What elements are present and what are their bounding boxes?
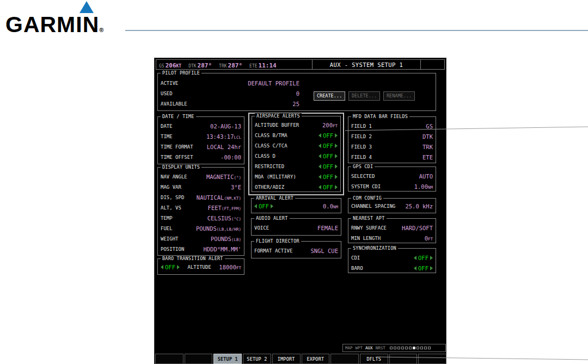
create-profile-button[interactable]: CREATE...: [314, 91, 345, 101]
temp-value[interactable]: CELSIUS(°C): [207, 215, 241, 221]
field-4-value[interactable]: ETE: [422, 154, 433, 161]
page-title: AUX - SYSTEM SETUP 1: [313, 61, 420, 68]
class-d-toggle[interactable]: OFF: [318, 153, 338, 159]
row-label: CHANNEL SPACING: [351, 203, 395, 209]
softkey-setup-1[interactable]: SETUP 1: [213, 354, 242, 364]
increase-arrow-icon[interactable]: [430, 266, 433, 270]
used-profiles-value: 0: [296, 90, 299, 97]
alt-vs-value[interactable]: FEET(FT,FPM): [208, 205, 241, 211]
softkey-setup-2[interactable]: SETUP 2: [243, 354, 271, 364]
row-label: FIELD 4: [351, 155, 372, 160]
row-label: TIME FORMAT: [161, 144, 193, 150]
decrease-arrow-icon[interactable]: [318, 144, 321, 148]
increase-arrow-icon[interactable]: [335, 133, 338, 138]
garmin-logo: GARMIN®: [5, 1, 131, 34]
softkey-blank-1[interactable]: [155, 354, 183, 364]
pilot-profile-box: PILOT PROFILE ACTIVE DEFAULT PROFILE USE…: [157, 73, 436, 111]
dis-spd-value[interactable]: NAUTICAL(NM,KT): [197, 194, 241, 201]
fuel-row: FUEL POUNDS(LB,LB/HR): [158, 223, 244, 233]
increase-arrow-icon[interactable]: [335, 154, 338, 158]
gs-value: 206KT: [166, 62, 182, 69]
row-label: OTHER/ADIZ: [255, 184, 284, 190]
increase-arrow-icon[interactable]: [430, 256, 433, 260]
row-label: MAG VAR: [161, 184, 181, 190]
row-label: RESTRICTED: [255, 164, 284, 169]
weight-value[interactable]: POUNDS(LB): [211, 236, 241, 242]
baro-alert-toggle[interactable]: OFF: [161, 264, 180, 270]
dtk-field: DTK287°: [188, 59, 212, 70]
page-group-map: MAP: [345, 346, 353, 350]
increase-arrow-icon[interactable]: [335, 144, 338, 148]
decrease-arrow-icon[interactable]: [318, 175, 321, 179]
nearest-apt-title: NEAREST APT: [351, 215, 387, 221]
page-group-aux: AUX: [365, 346, 373, 350]
delete-profile-button[interactable]: DELETE...: [348, 91, 380, 101]
increase-arrow-icon[interactable]: [335, 185, 338, 189]
decrease-arrow-icon[interactable]: [414, 256, 416, 260]
row-label: NAV ANGLE: [161, 174, 187, 180]
active-profile-value[interactable]: DEFAULT PROFILE: [248, 80, 299, 87]
softkey-blank-2[interactable]: [185, 354, 213, 364]
softkey-dflts[interactable]: DFLTS: [360, 354, 388, 364]
baro-row: OFF ALTITUDE 18000FT: [158, 262, 244, 272]
field-2-value[interactable]: DTK: [422, 133, 433, 140]
channel-spacing-value[interactable]: 25.0 kHz: [405, 203, 433, 209]
selected-cdi-value[interactable]: AUTO: [419, 173, 433, 180]
decrease-arrow-icon[interactable]: [161, 265, 163, 269]
decrease-arrow-icon[interactable]: [414, 266, 416, 270]
decrease-arrow-icon[interactable]: [318, 164, 321, 169]
cdi-sync-toggle[interactable]: OFF: [414, 255, 433, 261]
softkey-blank-4[interactable]: [389, 354, 418, 364]
class-c-tca-toggle[interactable]: OFF: [318, 143, 338, 149]
channel-spacing-row: CHANNEL SPACING 25.0 kHz: [348, 201, 436, 211]
increase-arrow-icon[interactable]: [335, 175, 338, 179]
altitude-buffer-value[interactable]: 200FT: [322, 122, 338, 128]
class-b-tma-toggle[interactable]: OFF: [318, 132, 338, 139]
softkey-export[interactable]: EXPORT: [302, 354, 330, 364]
gs-field: GS206KT: [159, 59, 181, 70]
mfd-data-bar-fields-box: MFD DATA BAR FIELDS FIELD 1 GS FIELD 2 D…: [348, 116, 436, 163]
rename-profile-button[interactable]: RENAME...: [383, 91, 415, 101]
increase-arrow-icon[interactable]: [177, 265, 180, 269]
min-length-value[interactable]: 0FT: [425, 235, 433, 242]
fuel-value[interactable]: POUNDS(LB,LB/HR): [196, 225, 241, 232]
softkey-import[interactable]: IMPORT: [272, 354, 301, 364]
decrease-arrow-icon[interactable]: [318, 133, 321, 138]
format-active-value[interactable]: SNGL CUE: [310, 248, 338, 254]
arrival-alert-toggle[interactable]: OFF: [254, 203, 273, 209]
time-offset-row: TIME OFFSET -00:00: [158, 152, 244, 162]
pilot-profile-rows: ACTIVE DEFAULT PROFILE USED 0 AVAILABLE …: [158, 73, 302, 109]
gps-cdi-box: GPS CDI SELECTED AUTO SYSTEM CDI 1.00NM: [348, 166, 436, 192]
softkey-blank-3[interactable]: [330, 354, 359, 364]
decrease-arrow-icon[interactable]: [318, 154, 321, 158]
row-label: CLASS D: [255, 153, 275, 159]
restricted-toggle[interactable]: OFF: [318, 163, 338, 170]
baro-altitude-value[interactable]: 18000FT: [219, 264, 241, 270]
airspace-alerts-title: AIRSPACE ALERTS: [255, 113, 302, 119]
other-adiz-toggle[interactable]: OFF: [318, 184, 338, 190]
baro-sync-toggle[interactable]: OFF: [414, 265, 433, 272]
date-row: DATE 02-AUG-13: [158, 121, 244, 131]
voice-value[interactable]: FEMALE: [317, 225, 338, 231]
available-profiles-row: AVAILABLE 25: [158, 98, 302, 109]
row-label: ALTITUDE: [187, 264, 211, 270]
gps-cdi-title: GPS CDI: [351, 164, 375, 169]
increase-arrow-icon[interactable]: [335, 164, 338, 169]
softkey-blank-5[interactable]: [418, 354, 446, 364]
decrease-arrow-icon[interactable]: [318, 185, 321, 189]
row-label: CDI: [351, 255, 360, 261]
position-value[interactable]: HDDD°MM.MM': [203, 246, 241, 252]
field-1-value[interactable]: GS: [426, 123, 433, 129]
nav-angle-value[interactable]: MAGNETIC(°): [206, 174, 241, 180]
gps-cdi-rows: SELECTED AUTO SYSTEM CDI 1.00NM: [348, 167, 436, 192]
field-3-value[interactable]: TRK: [422, 144, 433, 150]
toggle-value: OFF: [323, 153, 333, 159]
increase-arrow-icon[interactable]: [271, 204, 273, 208]
decrease-arrow-icon[interactable]: [254, 204, 257, 208]
rnwy-surface-value[interactable]: HARD/SOFT: [402, 225, 433, 231]
time-format-value[interactable]: LOCAL 24hr: [207, 144, 241, 150]
trk-label: TRK: [219, 64, 226, 69]
arrival-distance-value[interactable]: 0.0NM: [323, 203, 338, 209]
time-offset-value[interactable]: -00:00: [220, 154, 241, 161]
moa-military-toggle[interactable]: OFF: [318, 174, 338, 180]
